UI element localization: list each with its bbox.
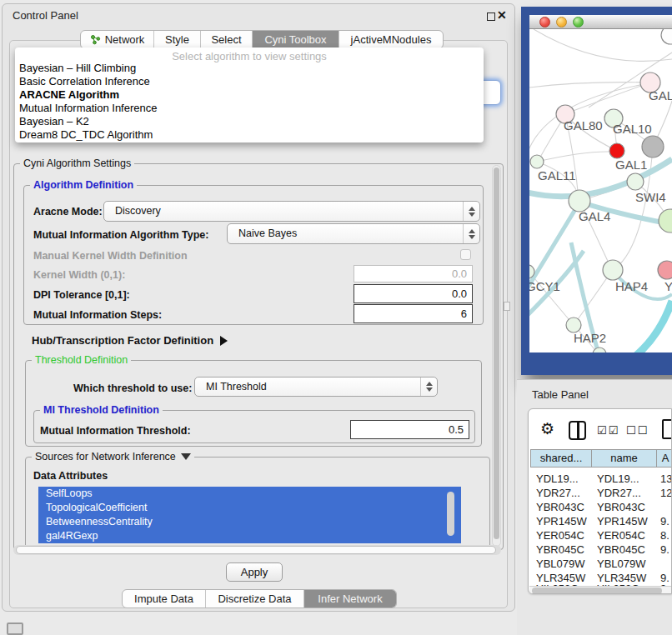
node-partial-top[interactable] [661, 29, 672, 44]
settings-hscroll-thumb[interactable] [16, 546, 496, 554]
dpi-tolerance-field[interactable] [354, 284, 473, 303]
tab-select-label: Select [211, 33, 241, 46]
label-gal1: GAL1 [615, 158, 647, 172]
attribute-gal4rgexp[interactable]: gal4RGexp [38, 529, 461, 543]
aracne-mode-combo[interactable]: Discovery [103, 201, 480, 222]
column-header-shared[interactable]: shared... [530, 449, 592, 468]
attributes-vscroll-thumb[interactable] [447, 492, 454, 536]
node-partial-right[interactable] [659, 209, 672, 232]
label-swi4: SWI4 [635, 190, 666, 204]
split-columns-icon[interactable] [569, 421, 586, 440]
network-canvas[interactable]: GAL GAL80 GAL10 GAL1 GAL11 SWI4 GAL4 GCY… [529, 29, 672, 352]
mi-threshold-label: Mutual Information Threshold: [40, 425, 191, 437]
popup-item-dream8[interactable]: Dream8 DC_TDC Algorithm [19, 128, 153, 142]
table-row[interactable]: YBR043C YBR043C [530, 501, 672, 514]
network-graph: GAL GAL80 GAL10 GAL1 GAL11 SWI4 GAL4 GCY… [529, 29, 672, 352]
threshold-definition-title: Threshold Definition [32, 354, 131, 366]
attribute-selfloops[interactable]: SelfLoops [38, 487, 461, 501]
algorithm-definition-title: Algorithm Definition [30, 179, 137, 191]
tab-select[interactable]: Select [201, 31, 253, 48]
float-window-icon[interactable] [487, 12, 495, 21]
zoom-window-icon[interactable] [573, 17, 584, 28]
document-icon[interactable] [662, 419, 672, 439]
settings-vertical-scrollbar[interactable] [492, 165, 501, 547]
manual-kernel-width-checkbox[interactable] [460, 249, 471, 260]
cell: YBR043C [597, 501, 655, 513]
panel-splitter-handle[interactable] [504, 302, 510, 311]
popup-item-bayesian-hill-climbing[interactable]: Bayesian – Hill Climbing [19, 62, 136, 75]
table-row[interactable]: YDR27... YDR27... 12 [530, 487, 672, 500]
sources-toggle[interactable]: Sources for Network Inference [32, 451, 194, 462]
gear-icon[interactable]: ⚙ [540, 419, 554, 438]
cyni-algorithm-settings-title: Cyni Algorithm Settings [20, 158, 134, 169]
settings-vscroll-thumb[interactable] [494, 168, 499, 539]
tab-impute-data[interactable]: Impute Data [123, 590, 206, 608]
cell: YPR145W [536, 515, 591, 528]
tab-cyni-toolbox[interactable]: Cyni Toolbox [253, 31, 339, 48]
aracne-mode-value: Discovery [115, 205, 161, 217]
node-gal1[interactable] [609, 143, 624, 158]
attribute-topologicalcoefficient[interactable]: TopologicalCoefficient [38, 501, 461, 515]
close-panel-icon[interactable]: ✕ [497, 8, 507, 22]
column-header-name[interactable]: name [591, 449, 657, 468]
hub-section-label: Hub/Transcription Factor Definition [32, 334, 213, 347]
table-hscroll-thumb[interactable] [532, 588, 662, 594]
data-attributes-list: SelfLoops TopologicalCoefficient Between… [38, 487, 461, 543]
settings-horizontal-scrollbar[interactable] [13, 545, 501, 555]
cell: YDR27... [597, 487, 655, 499]
node-swi4[interactable] [627, 173, 644, 190]
algorithm-select-popup: Select algorithm to view settings Bayesi… [15, 48, 484, 142]
label-gal: GAL [649, 88, 672, 102]
close-window-icon[interactable] [539, 17, 550, 28]
hub-section-toggle[interactable]: Hub/Transcription Factor Definition [32, 334, 228, 347]
tab-discretize-data[interactable]: Discretize Data [206, 590, 304, 608]
table-row[interactable]: YBR045C YBR045C 9. [530, 543, 672, 557]
popup-item-basic-correlation[interactable]: Basic Correlation Inference [19, 75, 150, 88]
attribute-betweennesscentrality[interactable]: BetweennessCentrality [38, 515, 461, 529]
cell: 8. [660, 529, 672, 542]
mi-algorithm-type-value: Naive Bayes [238, 228, 297, 239]
column-header-partial[interactable]: A [656, 449, 672, 468]
popup-item-mutual-information[interactable]: Mutual Information Inference [19, 102, 157, 115]
node-hap4[interactable] [603, 260, 623, 280]
mi-threshold-field[interactable] [350, 420, 469, 439]
tab-network[interactable]: Network [81, 31, 154, 48]
mi-algorithm-type-combo[interactable]: Naive Bayes [227, 223, 480, 244]
kernel-width-field[interactable] [354, 265, 473, 282]
mi-steps-field[interactable] [354, 304, 473, 323]
cell: YPR145W [597, 515, 655, 528]
unchecked-pair-icon[interactable]: ☐☐ [626, 424, 649, 437]
tab-jactivemnodules[interactable]: jActiveMNodules [339, 31, 443, 48]
table-panel-title: Table Panel [532, 388, 589, 401]
mi-algorithm-type-label: Mutual Information Algorithm Type: [33, 229, 208, 241]
tab-style[interactable]: Style [154, 31, 201, 48]
tab-discretize-data-label: Discretize Data [218, 592, 291, 605]
table-row[interactable]: YPR145W YPR145W 9. [530, 515, 672, 528]
node-partial-bottom[interactable] [593, 348, 606, 352]
label-hap2: HAP2 [574, 331, 606, 345]
network-window-titlebar[interactable] [529, 15, 672, 29]
table-horizontal-scrollbar[interactable] [529, 586, 671, 594]
apply-button[interactable]: Apply [226, 562, 283, 582]
table-row[interactable]: YBL079W YBL079W [530, 558, 672, 571]
cell: YBL079W [536, 558, 591, 570]
cell: 9. [660, 543, 672, 556]
node-salmon[interactable] [658, 261, 672, 279]
which-threshold-combo[interactable]: MI Threshold [194, 377, 438, 397]
cell: YBL079W [597, 558, 655, 570]
combo-arrows-icon [463, 224, 479, 243]
table-row[interactable]: YDL19... YDL19... 13 [530, 472, 672, 486]
label-gcy1: GCY1 [529, 279, 560, 293]
checked-pair-icon[interactable]: ☑☑ [597, 424, 619, 437]
tab-infer-network[interactable]: Infer Network [304, 590, 396, 608]
popup-item-aracne[interactable]: ARACNE Algorithm [19, 88, 119, 102]
node-gal11[interactable] [530, 155, 544, 168]
table-row[interactable]: YER054C YER054C 8. [530, 529, 672, 542]
popup-item-bayesian-k2[interactable]: Bayesian – K2 [19, 115, 89, 128]
collapsed-panel-chip[interactable] [7, 622, 23, 635]
node-gray[interactable] [642, 136, 664, 158]
network-node-labels: GAL GAL80 GAL10 GAL1 GAL11 SWI4 GAL4 GCY… [529, 88, 672, 345]
control-panel-tabbar: Network Style Select Cyni Toolbox jActiv… [80, 30, 444, 49]
minimize-window-icon[interactable] [556, 17, 567, 28]
mi-threshold-definition-title: MI Threshold Definition [40, 404, 163, 416]
